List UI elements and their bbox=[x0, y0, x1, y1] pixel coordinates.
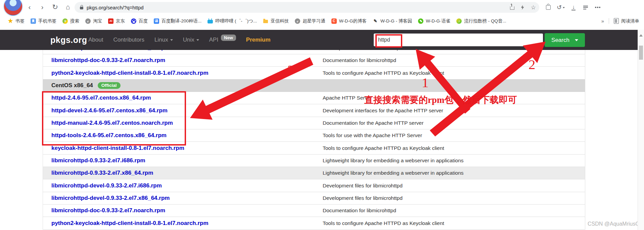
baidu-icon bbox=[131, 18, 136, 24]
package-row: libmicrohttpd-devel-0.9.33-2.el7.x86_64.… bbox=[43, 50, 585, 54]
bookmark-star-icon[interactable]: ☆ bbox=[531, 5, 536, 10]
mobile-bookmark-icon bbox=[31, 18, 36, 24]
bookmark-item[interactable]: W-D-G·语雀 bbox=[415, 18, 453, 24]
bookmark-item[interactable]: e淘宝 bbox=[82, 18, 105, 24]
package-link[interactable]: libmicrohttpd-devel-0.9.33-2.el7.x86_64.… bbox=[51, 50, 170, 51]
url-text[interactable]: pkgs.org/search/?q=httpd bbox=[87, 5, 144, 10]
package-row: httpd-tools-2.4.6-95.el7.centos.x86_64.r… bbox=[43, 129, 585, 142]
baidu-translate-icon: 译 bbox=[154, 18, 159, 24]
bookmarks-overflow-icon[interactable]: » bbox=[601, 18, 604, 24]
bookmark-label: 流行指数榜 - QQ音... bbox=[464, 18, 506, 24]
bookmark-label: 京东 bbox=[116, 18, 125, 24]
package-row: httpd-2.4.6-95.el7.centos.x86_64.rpmApac… bbox=[43, 92, 585, 104]
lightning-icon[interactable] bbox=[521, 5, 524, 10]
bookmark-label: W-D-G·语雀 bbox=[426, 18, 450, 24]
address-bar[interactable]: pkgs.org/search/?q=httpd ☆ bbox=[75, 2, 539, 13]
bilibili-icon bbox=[208, 18, 213, 24]
search-ball-icon: + bbox=[62, 18, 68, 24]
package-link[interactable]: httpd-manual-2.4.6-95.el7.centos.noarch.… bbox=[51, 120, 173, 126]
home-icon[interactable]: ⌂ bbox=[62, 1, 73, 13]
bookmark-item[interactable]: 百度 bbox=[128, 18, 151, 24]
bookmark-item[interactable]: CW-D-G的博客 bbox=[328, 18, 370, 24]
bookmark-item[interactable]: 哔哩哔哩 (゜-゜)つ... bbox=[204, 18, 260, 24]
bookmark-item[interactable]: +搜索 bbox=[59, 18, 82, 24]
nav-link-unix[interactable]: Unix bbox=[183, 37, 199, 43]
extensions-puzzle-icon[interactable] bbox=[543, 2, 554, 13]
browser-toolbar: ‹ › ↻ ⌂ pkgs.org/search/?q=httpd ☆ ↺ ↓ bbox=[0, 0, 644, 15]
bookmark-item[interactable]: 手机书签 bbox=[28, 18, 59, 24]
nav-link-linux[interactable]: Linux bbox=[154, 37, 173, 43]
bookmark-item[interactable]: ♪流行指数榜 - QQ音... bbox=[453, 18, 509, 24]
folder-icon bbox=[263, 18, 268, 24]
repo-section-label: CentOS x86_64 bbox=[43, 82, 93, 89]
api-new-badge: New bbox=[221, 35, 236, 41]
package-description: Tools for use with the Apache HTTP Serve… bbox=[317, 132, 585, 138]
package-link[interactable]: httpd-devel-2.4.6-95.el7.centos.x86_64.r… bbox=[51, 107, 168, 114]
package-link[interactable]: httpd-2.4.6-95.el7.centos.x86_64.rpm bbox=[51, 95, 151, 101]
repo-section-header: CentOS x86_64Official bbox=[43, 79, 585, 92]
package-link[interactable]: python2-keycloak-httpd-client-install-0.… bbox=[51, 70, 209, 76]
package-description: Lightweight library for embedding a webs… bbox=[317, 158, 585, 164]
bookmark-item[interactable]: 译百度翻译-200种语... bbox=[151, 18, 204, 24]
package-description: Tools to configure Apache HTTPD as Keycl… bbox=[317, 70, 585, 76]
bookmark-item[interactable]: 亚信科技 bbox=[260, 18, 292, 24]
reading-list-button[interactable]: 阅读清单 bbox=[614, 18, 639, 24]
nav-link-premium[interactable]: Premium bbox=[246, 37, 271, 43]
bookmark-label: W-D-G的博客 bbox=[339, 18, 367, 24]
bookmark-item[interactable]: e超星学习通 bbox=[292, 18, 328, 24]
nav-link-about[interactable]: About bbox=[88, 37, 103, 43]
chevron-down-icon bbox=[170, 39, 173, 42]
bookmark-label: 淘宝 bbox=[93, 18, 102, 24]
nav-link-api[interactable]: API bbox=[209, 37, 218, 43]
package-description: Development files for libmicrohttpd bbox=[317, 50, 585, 51]
package-link[interactable]: libmicrohttpd-devel-0.9.33-2.el7.x86_64.… bbox=[51, 195, 170, 201]
taobao-icon: e bbox=[85, 18, 91, 24]
scrollbar-up-arrow-icon[interactable] bbox=[639, 33, 643, 37]
history-undo-icon[interactable]: ↺ bbox=[554, 2, 567, 13]
bookmark-label: 亚信科技 bbox=[271, 18, 289, 24]
package-description: Tools to configure Apache HTTPD as Keycl… bbox=[317, 220, 585, 226]
bookmark-item[interactable]: ✎W-D-G - 博客园 bbox=[370, 18, 415, 24]
bookmark-item[interactable]: JD京东 bbox=[105, 18, 128, 24]
package-link[interactable]: libmicrohttpd-0.9.33-2.el7.x86_64.rpm bbox=[51, 170, 153, 176]
package-link[interactable]: libmicrohttpd-0.9.33-2.el7.i686.rpm bbox=[51, 157, 145, 164]
profile-avatar[interactable] bbox=[3, 0, 23, 16]
package-description: Development interfaces for the Apache HT… bbox=[317, 108, 585, 114]
package-row: libmicrohttpd-devel-0.9.33-2.el7.i686.rp… bbox=[43, 179, 585, 192]
package-link[interactable]: httpd-tools-2.4.6-95.el7.centos.x86_64.r… bbox=[51, 132, 167, 138]
forward-icon[interactable]: › bbox=[37, 1, 48, 13]
csdn-watermark: CSDN @AquaMriusC bbox=[588, 221, 639, 227]
bookmark-item[interactable]: ★书签 bbox=[5, 18, 28, 24]
bookmark-label: W-D-G - 博客园 bbox=[380, 18, 412, 24]
package-link[interactable]: libmicrohttpd-devel-0.9.33-2.el7.i686.rp… bbox=[51, 182, 162, 189]
share-icon[interactable] bbox=[510, 6, 514, 10]
official-badge: Official bbox=[98, 82, 121, 89]
package-description: Documentation for libmicrohttpd bbox=[317, 57, 585, 63]
package-link[interactable]: python2-keycloak-httpd-client-install-0.… bbox=[51, 220, 209, 226]
package-link[interactable]: keycloak-httpd-client-install-0.8-1.el7.… bbox=[51, 145, 184, 151]
csdn-icon: C bbox=[331, 18, 337, 24]
package-link[interactable]: libmicrohttpd-doc-0.9.33-2.el7.noarch.rp… bbox=[51, 57, 165, 63]
package-description: Documentation for the Apache HTTP server bbox=[317, 120, 585, 126]
qq-music-icon: ♪ bbox=[456, 18, 462, 24]
scrollbar-thumb[interactable] bbox=[639, 46, 643, 60]
collections-queue-icon[interactable] bbox=[580, 2, 592, 13]
cnblogs-icon: ✎ bbox=[373, 18, 378, 24]
star-bookmark-icon: ★ bbox=[8, 18, 13, 24]
search-button[interactable]: Search bbox=[545, 33, 585, 47]
nav-link-contributors[interactable]: Contributors bbox=[113, 37, 144, 43]
bookmark-label: 手机书签 bbox=[38, 18, 56, 24]
package-row: python2-keycloak-httpd-client-install-0.… bbox=[43, 67, 585, 79]
package-link[interactable]: libmicrohttpd-doc-0.9.33-2.el7.noarch.rp… bbox=[51, 207, 165, 214]
search-dropdown-caret-icon[interactable] bbox=[575, 39, 578, 43]
package-row: python2-keycloak-httpd-client-install-0.… bbox=[43, 217, 585, 229]
site-logo[interactable]: pkgs.org bbox=[50, 30, 87, 50]
downloads-icon[interactable]: ↓ bbox=[567, 2, 580, 13]
reload-icon[interactable]: ↻ bbox=[50, 1, 60, 13]
search-input[interactable] bbox=[374, 34, 543, 46]
back-icon[interactable]: ‹ bbox=[24, 1, 35, 13]
more-menu-icon[interactable] bbox=[592, 2, 604, 13]
divider bbox=[609, 18, 609, 24]
page-scrollbar[interactable] bbox=[638, 30, 644, 230]
site-navbar: pkgs.org AboutContributorsLinuxUnixAPINe… bbox=[0, 30, 644, 50]
